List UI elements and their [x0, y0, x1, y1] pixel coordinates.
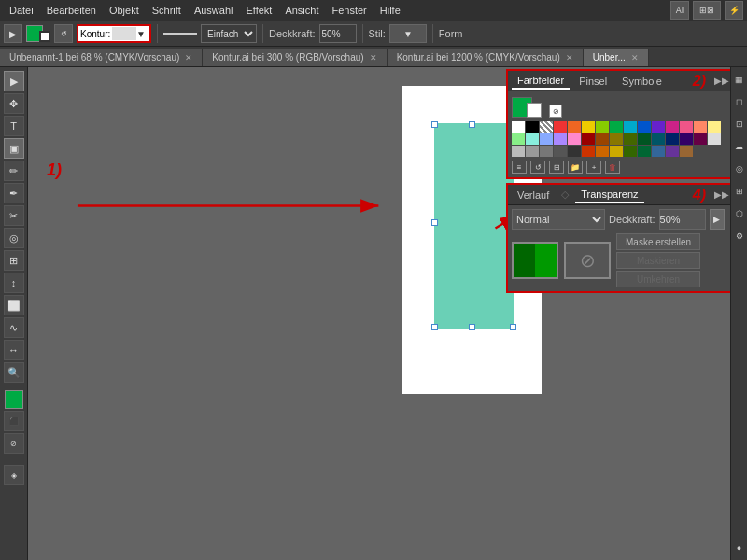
extras-btn-3[interactable]: ⚡	[725, 1, 743, 20]
tool-gradient[interactable]: ⬜	[4, 295, 24, 315]
tool-pen[interactable]: ✏	[4, 161, 24, 181]
swatch-lightpink[interactable]	[568, 133, 581, 145]
swatch-acc5[interactable]	[638, 146, 651, 157]
tool-rectangle[interactable]: ▣	[4, 138, 24, 159]
tool-fill[interactable]	[5, 390, 23, 409]
kontur-dropdown-btn[interactable]: ▼	[136, 29, 148, 39]
tab-2-close[interactable]: ✕	[566, 53, 573, 63]
handle-bl[interactable]	[431, 324, 438, 330]
swatch-red[interactable]	[554, 121, 567, 133]
kontur-box[interactable]: Kontur: ▼	[77, 24, 151, 43]
tab-0-close[interactable]: ✕	[185, 53, 192, 63]
swatch-darkgreen[interactable]	[638, 133, 651, 145]
swatch-darkred[interactable]	[582, 133, 595, 145]
swatch-darkpurple[interactable]	[680, 133, 693, 145]
edge-btn-8[interactable]: ⚙	[732, 226, 747, 246]
swatch-green[interactable]	[610, 121, 623, 133]
swatch-gray2[interactable]	[512, 146, 525, 157]
refresh-btn[interactable]: ↺	[530, 161, 545, 174]
swatch-lightyellow[interactable]	[708, 121, 721, 133]
swatch-black[interactable]	[526, 121, 539, 133]
swatch-acc2[interactable]	[596, 146, 609, 157]
trans-expand-btn[interactable]: ▶▶	[714, 189, 729, 200]
panel-tab-symbole[interactable]: Symbole	[616, 74, 668, 89]
menu-hilfe[interactable]: Hilfe	[374, 3, 406, 18]
menu-bearbeiten[interactable]: Bearbeiten	[41, 3, 102, 18]
trans-opacity-increment[interactable]: ▶	[710, 209, 725, 230]
opacity-input[interactable]	[319, 24, 357, 43]
edge-btn-7[interactable]: ⬡	[732, 203, 747, 224]
maske-erstellen-btn[interactable]: Maske erstellen	[616, 233, 700, 250]
mask-thumbnail[interactable]: ⊘	[564, 242, 611, 279]
menu-ansicht[interactable]: Ansicht	[279, 3, 324, 18]
menu-fenster[interactable]: Fenster	[326, 3, 372, 18]
extras-btn-2[interactable]: ⊞⊠	[693, 1, 721, 20]
swatch-darkblue[interactable]	[666, 133, 679, 145]
swatch-lavender[interactable]	[554, 133, 567, 145]
style-dropdown[interactable]: ▼	[389, 24, 427, 43]
swatch-acc1[interactable]	[582, 146, 595, 157]
panel-tab-farbfelder[interactable]: Farbfelder	[512, 73, 570, 90]
tab-1[interactable]: Kontur.ai bei 300 % (RGB/Vorschau) ✕	[203, 49, 387, 66]
stroke-color-indicator[interactable]	[39, 31, 50, 42]
swatch-lime[interactable]	[596, 121, 609, 133]
add-swatch-btn[interactable]: +	[586, 161, 601, 174]
swatch-darkorange[interactable]	[596, 133, 609, 145]
swatch-acc6[interactable]	[652, 146, 665, 157]
swatch-gray4[interactable]	[540, 146, 553, 157]
tool-selection[interactable]: ▶	[4, 71, 24, 91]
trans-tab-verlauf[interactable]: Verlauf	[512, 188, 555, 203]
maskieren-btn[interactable]: Maskieren	[616, 252, 700, 269]
menu-auswahl[interactable]: Auswahl	[189, 3, 239, 18]
swatch-darklime[interactable]	[624, 133, 637, 145]
swatch-darkmagenta[interactable]	[694, 133, 707, 145]
trans-tab-trans[interactable]: Transparenz	[575, 187, 643, 203]
panel-expand-btn[interactable]: ▶▶	[714, 76, 729, 86]
swatch-cyan[interactable]	[624, 121, 637, 133]
teal-rectangle[interactable]	[434, 123, 514, 329]
trans-opacity-input[interactable]	[659, 209, 706, 230]
grid-view-btn[interactable]: ⊞	[549, 161, 564, 174]
swatch-blue[interactable]	[638, 121, 651, 133]
swatch-gray3[interactable]	[526, 146, 539, 157]
tool-mesh[interactable]: ∿	[4, 317, 24, 338]
swatch-yellow[interactable]	[582, 121, 595, 133]
edge-btn-3[interactable]: ⊡	[732, 114, 747, 134]
tool-brush[interactable]: ✒	[4, 183, 24, 203]
extras-btn-1[interactable]: AI	[670, 1, 689, 20]
none-swatch[interactable]: ⊘	[549, 105, 562, 118]
trans-mode-select[interactable]: Normal	[512, 209, 605, 230]
swatch-magenta[interactable]	[666, 121, 679, 133]
swatch-lightblue[interactable]	[540, 133, 553, 145]
tool-drawmode[interactable]: ◈	[4, 465, 24, 485]
swatch-acc8[interactable]	[680, 146, 693, 157]
bg-color-swatch[interactable]	[527, 103, 542, 118]
handle-tm[interactable]	[469, 121, 475, 128]
swatch-salmon[interactable]	[694, 121, 707, 133]
folder-btn[interactable]: 📁	[568, 161, 583, 174]
menu-objekt[interactable]: Objekt	[104, 3, 145, 18]
tab-3[interactable]: Unber... ✕	[584, 49, 649, 66]
swatch-orange[interactable]	[568, 121, 581, 133]
list-view-btn[interactable]: ≡	[512, 161, 527, 174]
tool-select-btn[interactable]: ▶	[4, 24, 22, 43]
tab-0[interactable]: Unbenannt-1 bei 68 % (CMYK/Vorschau) ✕	[0, 49, 203, 66]
swatch-acc4[interactable]	[624, 146, 637, 157]
tool-blend[interactable]: ↕	[4, 273, 24, 293]
swatch-lightgreen[interactable]	[512, 133, 525, 145]
edge-btn-4[interactable]: ☁	[732, 136, 747, 157]
swatch-darkyellow[interactable]	[610, 133, 623, 145]
canvas-area[interactable]: 1) Farbfelder Pinsel Symbole	[28, 67, 747, 560]
edge-btn-2[interactable]: ◻	[732, 91, 747, 112]
menu-datei[interactable]: Datei	[4, 3, 39, 18]
edge-btn-1[interactable]: ▦	[732, 69, 747, 90]
swatch-turquoise[interactable]	[526, 133, 539, 145]
handle-ml[interactable]	[431, 219, 438, 226]
stroke-style-select[interactable]: Einfach	[201, 24, 257, 43]
swatch-gray6[interactable]	[568, 146, 581, 157]
swatch-pink[interactable]	[680, 121, 693, 133]
swatch-gray1[interactable]	[708, 133, 721, 145]
swatch-purple[interactable]	[652, 121, 665, 133]
swatch-acc7[interactable]	[666, 146, 679, 157]
tool-none[interactable]: ⊘	[4, 433, 24, 454]
